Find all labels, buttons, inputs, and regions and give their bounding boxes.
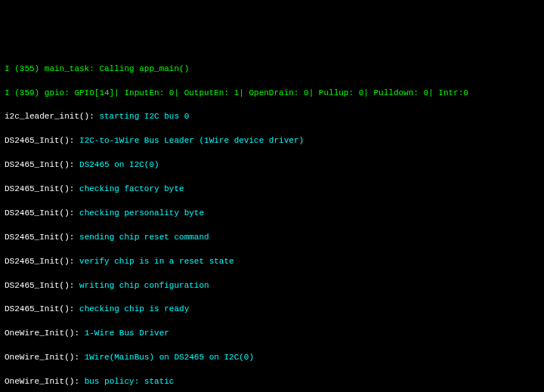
fn-name: DS2465_Init(): bbox=[5, 136, 79, 145]
log-line: DS2465_Init(): verify chip is in a reset… bbox=[5, 256, 539, 268]
log-msg: starting I2C bus 0 bbox=[99, 112, 189, 121]
fn-name: DS2465_Init(): bbox=[5, 304, 79, 313]
log-msg: DS2465 on I2C(0) bbox=[79, 160, 159, 169]
log-line: DS2465_Init(): I2C-to-1Wire Bus Leader (… bbox=[5, 135, 539, 147]
log-msg: bus policy: static bbox=[85, 377, 175, 386]
log-line: DS2465_Init(): DS2465 on I2C(0) bbox=[5, 159, 539, 171]
log-line: OneWire_Init(): bus policy: static bbox=[5, 376, 539, 388]
log-msg: verify chip is in a reset state bbox=[79, 257, 234, 266]
log-line: DS2465_Init(): writing chip configuratio… bbox=[5, 280, 539, 292]
log-line: DS2465_Init(): checking chip is ready bbox=[5, 304, 539, 316]
log-msg: 1Wire(MainBus) on DS2465 on I2C(0) bbox=[85, 353, 254, 362]
fn-name: DS2465_Init(): bbox=[5, 233, 79, 242]
log-gpio-line: I (359) gpio: GPIO[14]| InputEn: 0| Outp… bbox=[5, 88, 539, 100]
fn-name: DS2465_Init(): bbox=[5, 281, 79, 290]
log-msg: checking personality byte bbox=[79, 208, 204, 218]
log-msg: sending chip reset command bbox=[79, 233, 209, 242]
fn-name: DS2465_Init(): bbox=[5, 257, 79, 266]
terminal-output: I (355) main_task: Calling app_main() I … bbox=[5, 51, 539, 392]
log-msg: checking factory byte bbox=[79, 184, 184, 193]
fn-name: OneWire_Init(): bbox=[5, 377, 85, 386]
log-line: DS2465_Init(): sending chip reset comman… bbox=[5, 232, 539, 244]
log-line: i2c_leader_init(): starting I2C bus 0 bbox=[5, 111, 539, 123]
log-msg: checking chip is ready bbox=[79, 304, 189, 313]
log-line: DS2465_Init(): checking personality byte bbox=[5, 208, 539, 220]
fn-name: DS2465_Init(): bbox=[5, 160, 79, 169]
fn-name: DS2465_Init(): bbox=[5, 208, 79, 218]
log-line: DS2465_Init(): checking factory byte bbox=[5, 184, 539, 196]
fn-name: OneWire_Init(): bbox=[5, 329, 85, 338]
fn-name: DS2465_Init(): bbox=[5, 184, 79, 193]
fn-name: i2c_leader_init(): bbox=[5, 112, 99, 121]
log-line: OneWire_Init(): 1-Wire Bus Driver bbox=[5, 328, 539, 340]
log-line: OneWire_Init(): 1Wire(MainBus) on DS2465… bbox=[5, 352, 539, 364]
fn-name: OneWire_Init(): bbox=[5, 353, 85, 362]
log-msg: writing chip configuration bbox=[79, 281, 209, 290]
log-msg: I2C-to-1Wire Bus Leader (1Wire device dr… bbox=[79, 136, 304, 145]
log-info-line: I (355) main_task: Calling app_main() bbox=[5, 63, 539, 76]
log-msg: 1-Wire Bus Driver bbox=[85, 329, 169, 338]
